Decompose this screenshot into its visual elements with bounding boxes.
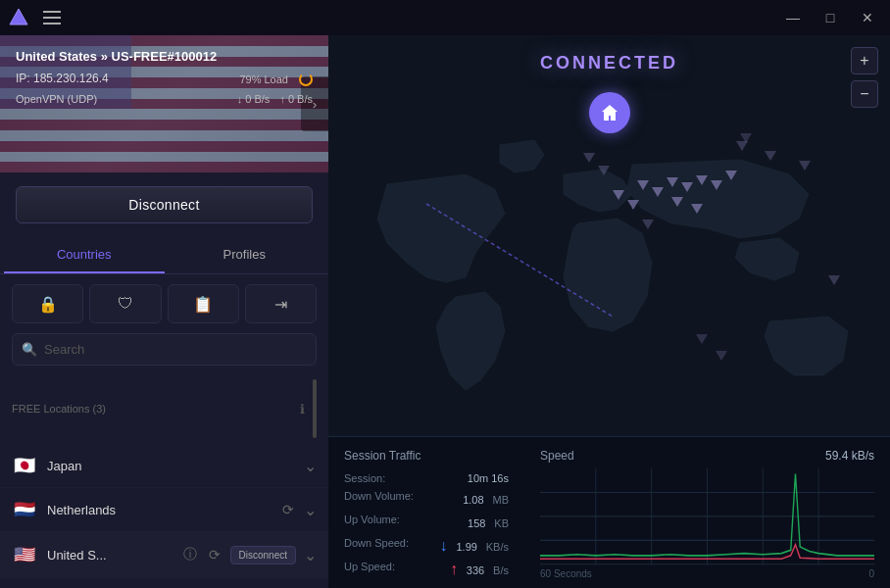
usa-disconnect-button[interactable]: Disconnect xyxy=(230,546,296,564)
time-start-label: 60 Seconds xyxy=(540,568,592,579)
usa-actions: ⓘ ⟳ Disconnect ⌄ xyxy=(181,544,317,565)
disconnect-button[interactable]: Disconnect xyxy=(16,186,313,223)
netherlands-actions: ⟳ ⌄ xyxy=(280,500,317,519)
server-marker-4[interactable] xyxy=(667,177,678,187)
server-marker-12[interactable] xyxy=(642,220,654,229)
search-input[interactable] xyxy=(12,333,317,366)
server-marker-16[interactable] xyxy=(765,151,776,161)
speed-chart-title: Speed xyxy=(540,449,574,463)
map-controls: + − xyxy=(851,47,878,108)
minimize-button[interactable]: — xyxy=(778,8,808,27)
country-item-japan[interactable]: 🇯🇵 Japan ⌄ xyxy=(0,444,328,488)
server-marker-10[interactable] xyxy=(671,197,683,207)
usa-info-button[interactable]: ⓘ xyxy=(181,544,199,565)
search-section: 🔍 xyxy=(0,333,328,373)
traffic-section: Session Traffic Session: 10m 16s Down Vo… xyxy=(328,437,524,588)
connected-badge: CONNECTED xyxy=(540,53,678,74)
zoom-out-button[interactable]: − xyxy=(851,80,878,108)
shield-icon: 🛡 xyxy=(118,295,133,313)
down-speed: ↓ 0 B/s xyxy=(237,93,271,105)
server-marker-5[interactable] xyxy=(681,182,693,192)
maximize-button[interactable]: □ xyxy=(816,8,845,27)
lock-icon: 🔒 xyxy=(38,295,58,314)
traffic-title: Session Traffic xyxy=(344,449,509,463)
server-marker-13[interactable] xyxy=(598,166,610,175)
chart-time-labels: 60 Seconds 0 xyxy=(540,568,874,579)
title-bar-left xyxy=(8,7,65,28)
stats-panel: Session Traffic Session: 10m 16s Down Vo… xyxy=(328,436,890,588)
server-marker-7[interactable] xyxy=(711,180,722,190)
server-marker-18[interactable] xyxy=(828,275,840,285)
filter-edit-button[interactable]: 📋 xyxy=(168,284,239,323)
server-marker-1[interactable] xyxy=(613,190,624,200)
server-marker-19[interactable] xyxy=(696,334,708,344)
netherlands-flag: 🇳🇱 xyxy=(12,500,37,519)
netherlands-refresh-button[interactable]: ⟳ xyxy=(280,500,296,519)
free-locations-label: FREE Locations (3) xyxy=(12,403,106,415)
country-item-netherlands[interactable]: 🇳🇱 Netherlands ⟳ ⌄ xyxy=(0,488,328,532)
speed-current-value: 59.4 kB/s xyxy=(825,449,874,463)
svg-marker-0 xyxy=(10,9,27,24)
server-marker-20[interactable] xyxy=(716,351,727,361)
tab-profiles[interactable]: Profiles xyxy=(165,237,325,273)
right-panel: CONNECTED + − Session Traffic Session: 1… xyxy=(328,35,890,588)
up-speed-row: Up Speed: ↑ 336 B/s xyxy=(344,561,509,578)
connection-header: United States » US-FREE#100012 IP: 185.2… xyxy=(0,35,328,172)
country-list: 🇯🇵 Japan ⌄ 🇳🇱 Netherlands ⟳ ⌄ 🇺🇸 United … xyxy=(0,444,328,588)
window-controls: — □ ✕ xyxy=(778,8,882,27)
server-marker-11[interactable] xyxy=(691,204,703,214)
up-volume-row: Up Volume: 158 KB xyxy=(344,514,509,531)
usa-name: United S... xyxy=(47,548,172,563)
down-arrow-icon: ↓ xyxy=(440,537,448,554)
japan-flag: 🇯🇵 xyxy=(12,456,37,475)
server-marker-3[interactable] xyxy=(652,187,664,197)
usa-refresh-button[interactable]: ⟳ xyxy=(207,545,222,564)
server-marker-17[interactable] xyxy=(799,161,811,171)
country-item-usa[interactable]: 🇺🇸 United S... ⓘ ⟳ Disconnect ⌄ xyxy=(0,532,328,578)
title-bar: — □ ✕ xyxy=(0,0,890,35)
connection-location: United States » US-FREE#100012 xyxy=(16,49,217,64)
left-panel: United States » US-FREE#100012 IP: 185.2… xyxy=(0,35,328,588)
usa-flag: 🇺🇸 xyxy=(12,545,37,564)
zoom-in-button[interactable]: + xyxy=(851,47,878,74)
filter-bar: 🔒 🛡 📋 ⇥ xyxy=(0,274,328,333)
netherlands-expand-button[interactable]: ⌄ xyxy=(304,501,317,519)
server-marker-2[interactable] xyxy=(637,180,649,190)
speed-section: Speed 59.4 kB/s xyxy=(524,437,890,588)
disconnect-section: Disconnect xyxy=(0,172,328,237)
home-icon xyxy=(600,103,619,122)
down-volume-row: Down Volume: 1.08 MB xyxy=(344,490,509,508)
edit-icon: 📋 xyxy=(193,295,213,314)
down-speed-row: Down Speed: ↓ 1.99 KB/s xyxy=(344,537,509,555)
scrollbar[interactable] xyxy=(313,379,317,438)
server-marker-8[interactable] xyxy=(725,171,737,180)
server-marker-6[interactable] xyxy=(696,175,708,185)
tab-countries[interactable]: Countries xyxy=(4,237,165,273)
app-logo-icon xyxy=(8,7,29,28)
up-speed: ↑ 0 B/s xyxy=(279,93,313,105)
connection-ip: IP: 185.230.126.4 xyxy=(16,72,109,85)
arrow-icon: ⇥ xyxy=(274,295,287,314)
usa-expand-button[interactable]: ⌄ xyxy=(304,546,317,564)
japan-name: Japan xyxy=(47,459,294,473)
filter-lock-button[interactable]: 🔒 xyxy=(12,284,83,323)
session-row: Session: 10m 16s xyxy=(344,472,509,484)
server-marker-21[interactable] xyxy=(740,133,752,143)
server-marker-14[interactable] xyxy=(583,153,595,163)
netherlands-name: Netherlands xyxy=(47,503,271,517)
filter-arrow-button[interactable]: ⇥ xyxy=(245,284,317,323)
free-locations-header: FREE Locations (3) ℹ xyxy=(0,373,328,444)
filter-shield-button[interactable]: 🛡 xyxy=(89,284,161,323)
japan-actions: ⌄ xyxy=(304,457,317,475)
section-info-icon[interactable]: ℹ xyxy=(300,402,305,416)
hamburger-menu[interactable] xyxy=(39,7,65,28)
speed-chart xyxy=(540,468,874,566)
tab-bar: Countries Profiles xyxy=(0,237,328,274)
home-button[interactable] xyxy=(589,92,630,133)
search-icon: 🔍 xyxy=(22,342,37,357)
close-button[interactable]: ✕ xyxy=(853,8,882,27)
up-arrow-icon: ↑ xyxy=(450,561,458,577)
japan-expand-button[interactable]: ⌄ xyxy=(304,457,317,475)
vpn-protocol: OpenVPN (UDP) xyxy=(16,93,97,105)
server-marker-9[interactable] xyxy=(627,200,639,210)
